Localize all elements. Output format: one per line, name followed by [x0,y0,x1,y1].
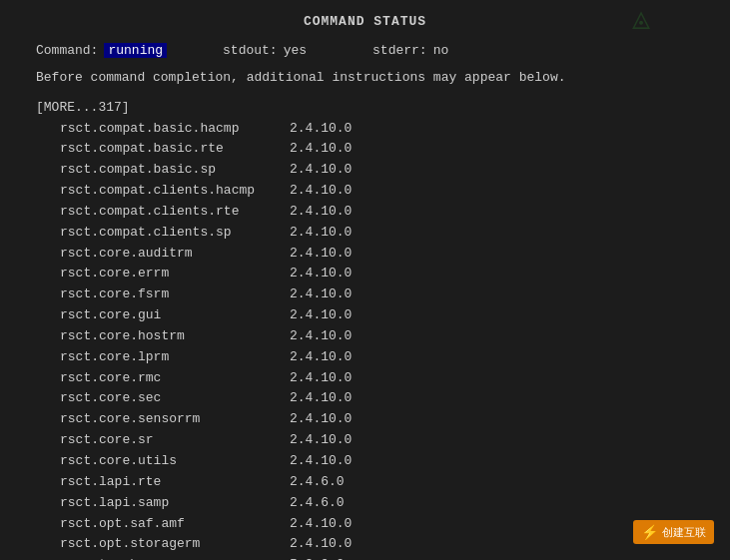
package-row: rsct.opt.storagerm2.4.10.0 [0,534,730,555]
package-name: rsct.opt.storagerm [60,535,290,554]
package-version: 2.4.10.0 [290,265,352,283]
package-version: 2.4.10.0 [290,306,352,325]
window-title: COMMAND STATUS [0,10,730,39]
package-row: rsct.compat.clients.hacmp2.4.10.0 [0,181,730,202]
package-name: rsct.core.lprm [60,348,290,367]
package-row: rsct.core.sr2.4.10.0 [0,430,730,451]
package-name: rsct.lapi.rte [60,473,290,492]
package-row: rsct.core.errm2.4.10.0 [0,264,730,284]
package-version: 2.4.6.0 [290,473,345,492]
package-version: 2.4.10.0 [290,452,352,471]
package-version: 2.4.10.0 [290,182,352,201]
package-name: rsct.core.rmc [60,369,290,388]
package-row: rsct.core.gui2.4.10.0 [0,305,730,326]
package-name: rsct.core.gui [60,306,290,325]
more-indicator: [MORE...317] [0,98,730,117]
package-version: 2.4.10.0 [290,515,352,534]
package-row: rsct.core.fsrm2.4.10.0 [0,284,730,305]
package-version: 2.4.10.0 [290,161,352,180]
package-row: rsct.compat.basic.sp2.4.10.0 [0,160,730,181]
package-name: rsct.core.auditrm [60,245,290,264]
package-row: rsct.compat.clients.rte2.4.10.0 [0,202,730,223]
terminal-window: ◬ COMMAND STATUS Command: running stdout… [0,0,730,560]
package-version: 2.4.10.0 [290,285,352,304]
package-name: rsct.compat.clients.hacmp [60,182,290,201]
package-version: 2.4.10.0 [290,140,352,159]
package-version: 2.4.10.0 [290,120,352,139]
package-version: 2.4.10.0 [290,203,352,222]
package-row: rsct.compat.basic.hacmp2.4.10.0 [0,119,730,140]
package-row: rsct.core.auditrm2.4.10.0 [0,244,730,265]
package-version: 2.4.10.0 [290,410,352,429]
package-row: sysmgt.websm.apps5.3.9.0 [0,555,730,560]
package-version: 2.4.10.0 [290,224,352,243]
decoration-element: ◬ [632,0,650,37]
package-name: rsct.core.errm [60,265,290,283]
stdout-value: yes [284,43,307,58]
watermark: ⚡ 创建互联 [633,520,714,544]
package-name: rsct.compat.clients.rte [60,203,290,222]
package-name: sysmgt.websm.apps [60,556,290,560]
status-message: Before command completion, additional in… [0,62,730,98]
package-row: rsct.core.sec2.4.10.0 [0,388,730,409]
package-name: rsct.core.sensorrm [60,410,290,429]
package-name: rsct.compat.basic.hacmp [60,120,290,139]
package-version: 2.4.10.0 [290,245,352,264]
package-version: 2.4.10.0 [290,369,352,388]
watermark-icon: ⚡ [641,524,658,540]
package-row: rsct.opt.saf.amf2.4.10.0 [0,514,730,535]
package-name: rsct.core.utils [60,452,290,471]
package-row: rsct.lapi.rte2.4.6.0 [0,472,730,493]
stdout-label: stdout: [223,43,278,58]
package-version: 2.4.10.0 [290,431,352,450]
package-version: 5.3.9.0 [290,556,345,560]
package-row: rsct.compat.basic.rte2.4.10.0 [0,139,730,160]
package-row: rsct.core.hostrm2.4.10.0 [0,326,730,347]
package-row: rsct.core.sensorrm2.4.10.0 [0,409,730,430]
package-name: rsct.core.sr [60,431,290,450]
package-row: rsct.core.utils2.4.10.0 [0,451,730,472]
package-name: rsct.core.hostrm [60,327,290,346]
package-name: rsct.opt.saf.amf [60,515,290,534]
package-version: 2.4.10.0 [290,327,352,346]
stderr-value: no [433,43,449,58]
package-version: 2.4.6.0 [290,494,345,513]
package-version: 2.4.10.0 [290,535,352,554]
package-name: rsct.compat.basic.rte [60,140,290,159]
package-version: 2.4.10.0 [290,348,352,367]
watermark-text: 创建互联 [662,525,706,540]
package-row: rsct.lapi.samp2.4.6.0 [0,493,730,514]
command-value: running [104,43,167,58]
package-name: rsct.core.fsrm [60,285,290,304]
package-row: rsct.compat.clients.sp2.4.10.0 [0,223,730,244]
package-list: rsct.compat.basic.hacmp2.4.10.0rsct.comp… [0,117,730,561]
command-status-line: Command: running stdout: yes stderr: no [0,39,730,62]
stderr-label: stderr: [372,43,427,58]
package-name: rsct.compat.basic.sp [60,161,290,180]
package-name: rsct.compat.clients.sp [60,224,290,243]
package-name: rsct.lapi.samp [60,494,290,513]
package-version: 2.4.10.0 [290,389,352,408]
command-label: Command: [36,43,98,58]
package-row: rsct.core.lprm2.4.10.0 [0,347,730,368]
package-name: rsct.core.sec [60,389,290,408]
package-row: rsct.core.rmc2.4.10.0 [0,368,730,389]
